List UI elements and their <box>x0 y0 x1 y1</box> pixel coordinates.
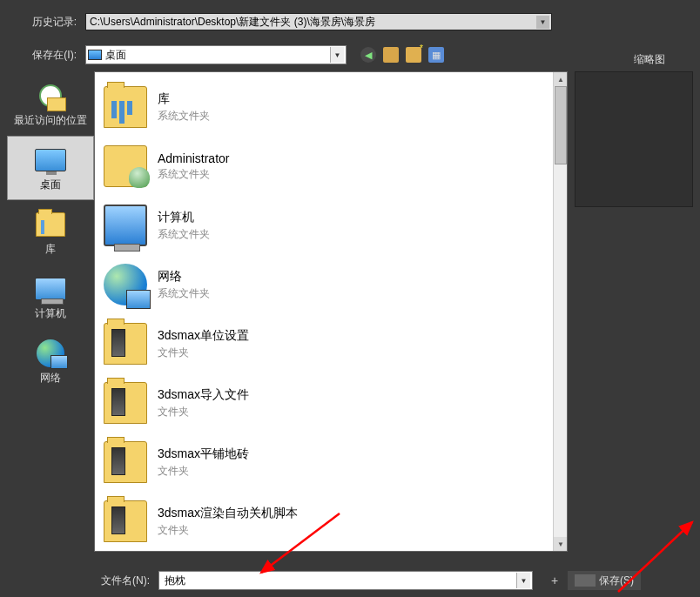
history-path: C:\Users\Administrator\Desktop\新建文件夹 (3)… <box>90 15 375 30</box>
filename-label: 文件名(N): <box>101 574 150 588</box>
up-folder-icon[interactable] <box>383 47 399 63</box>
file-subtype: 系统文件夹 <box>158 167 229 182</box>
history-dropdown[interactable]: C:\Users\Administrator\Desktop\新建文件夹 (3)… <box>85 13 552 30</box>
places-library[interactable]: 库 <box>7 200 94 265</box>
scrollbar-vertical[interactable]: ▲ ▼ <box>553 72 567 551</box>
file-item[interactable]: 计算机系统文件夹 <box>100 196 548 255</box>
save-button-label: 保存(S) <box>599 574 634 588</box>
place-label: 最近访问的位置 <box>14 113 87 128</box>
scrollbar-thumb[interactable] <box>555 86 567 164</box>
file-name: 3dsmax渲染自动关机脚本 <box>158 506 298 521</box>
thumbnail-preview <box>575 71 693 207</box>
places-recent[interactable]: 最近访问的位置 <box>7 71 94 136</box>
file-item[interactable]: 3dsmax平铺地砖文件夹 <box>100 433 548 492</box>
view-menu-icon[interactable]: ▦ <box>428 47 444 63</box>
file-name: Administrator <box>158 151 229 165</box>
place-label: 库 <box>45 242 56 257</box>
file-subtype: 文件夹 <box>158 345 249 360</box>
places-desktop[interactable]: 桌面 <box>7 136 94 200</box>
chevron-down-icon: ▼ <box>330 47 344 63</box>
places-computer[interactable]: 计算机 <box>7 265 94 329</box>
filename-value: 抱枕 <box>165 574 185 588</box>
file-subtype: 系统文件夹 <box>158 109 210 124</box>
history-label: 历史记录: <box>7 15 85 30</box>
file-item[interactable]: 网络系统文件夹 <box>100 255 548 314</box>
file-name: 计算机 <box>158 210 210 225</box>
file-name: 库 <box>158 91 210 107</box>
chevron-down-icon: ▼ <box>516 573 530 588</box>
plus-button[interactable]: + <box>547 573 562 588</box>
new-folder-icon[interactable] <box>406 47 421 63</box>
file-list-pane: 库系统文件夹Administrator系统文件夹计算机系统文件夹网络系统文件夹3… <box>94 71 568 552</box>
savein-current: 桌面 <box>105 48 126 63</box>
save-button-icon <box>575 574 596 587</box>
scroll-up-icon[interactable]: ▲ <box>554 72 568 86</box>
file-item[interactable]: 3dsmax导入文件文件夹 <box>100 373 548 433</box>
desktop-icon <box>88 50 102 60</box>
scroll-down-icon[interactable]: ▼ <box>554 537 568 551</box>
back-icon[interactable]: ◀ <box>360 47 376 63</box>
places-network[interactable]: 网络 <box>7 329 94 393</box>
place-label: 计算机 <box>35 306 66 321</box>
savein-label: 保存在(I): <box>7 48 85 63</box>
file-name: 网络 <box>158 269 210 285</box>
file-item[interactable]: 库系统文件夹 <box>100 77 548 137</box>
place-label: 桌面 <box>40 178 61 192</box>
chevron-down-icon: ▼ <box>536 16 549 29</box>
file-subtype: 文件夹 <box>158 405 249 419</box>
file-item[interactable]: 3dsmax单位设置文件夹 <box>100 314 548 373</box>
savein-dropdown[interactable]: 桌面 ▼ <box>85 45 347 64</box>
file-subtype: 系统文件夹 <box>158 227 210 242</box>
file-item[interactable]: Administrator系统文件夹 <box>100 137 548 196</box>
filename-input[interactable]: 抱枕 ▼ <box>158 571 533 590</box>
place-label: 网络 <box>40 371 61 386</box>
save-button[interactable]: 保存(S) <box>568 571 641 590</box>
file-name: 3dsmax单位设置 <box>158 328 249 344</box>
file-subtype: 系统文件夹 <box>158 286 210 301</box>
file-subtype: 文件夹 <box>158 523 298 538</box>
file-name: 3dsmax平铺地砖 <box>158 446 249 462</box>
file-subtype: 文件夹 <box>158 464 249 479</box>
file-name: 3dsmax导入文件 <box>158 387 249 403</box>
thumbnail-label: 缩略图 <box>634 52 665 67</box>
file-item[interactable]: 3dsmax渲染自动关机脚本文件夹 <box>100 492 548 551</box>
